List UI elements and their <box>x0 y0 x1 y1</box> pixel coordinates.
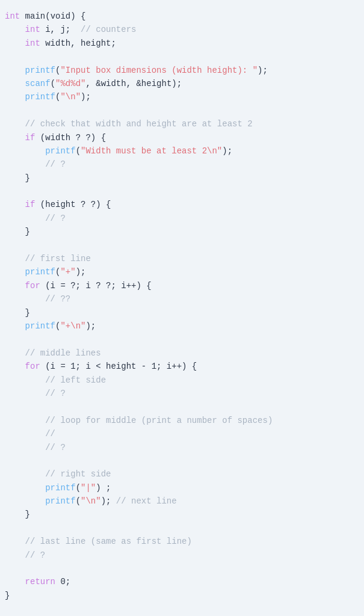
code-token: ( <box>76 494 81 508</box>
code-token: } <box>5 589 10 602</box>
code-line: // ?? <box>5 292 357 306</box>
code-token: } <box>5 171 30 185</box>
code-line <box>5 400 357 413</box>
code-line: for (i = 1; i < height - 1; i++) { <box>5 360 357 373</box>
code-line: // loop for middle (print a number of sp… <box>5 414 357 427</box>
code-token: // last line (same as first line) <box>25 535 192 548</box>
code-line: } <box>5 171 357 185</box>
code-line: return 0; <box>5 575 357 588</box>
code-line <box>5 104 357 117</box>
code-line: // middle lines <box>5 346 357 360</box>
code-line: printf("|") ; <box>5 481 357 494</box>
code-line <box>5 333 357 346</box>
code-token <box>5 441 45 454</box>
code-line: // ? <box>5 441 357 454</box>
code-token: ( <box>55 64 60 77</box>
code-token: printf <box>5 319 55 333</box>
code-token: // right side <box>45 467 111 481</box>
code-line: int width, height; <box>5 37 357 50</box>
code-line: // ? <box>5 549 357 562</box>
code-token: // middle lines <box>25 346 101 360</box>
code-token: scanf <box>5 77 51 90</box>
code-line: if (height ? ?) { <box>5 198 357 211</box>
code-token: printf <box>5 494 76 508</box>
code-line: scanf("%d%d", &width, &height); <box>5 77 357 90</box>
code-token: (height ? ?) { <box>35 198 111 211</box>
code-token: i, j; <box>40 23 81 36</box>
code-token: 0; <box>55 575 70 588</box>
code-line <box>5 50 357 63</box>
code-token: "\n" <box>60 90 81 103</box>
code-line: // ? <box>5 387 357 400</box>
code-token: ( <box>76 144 81 158</box>
code-token <box>5 374 45 387</box>
code-line: // left side <box>5 374 357 387</box>
code-line <box>5 185 357 198</box>
code-token <box>5 427 45 440</box>
code-token: // loop for middle (print a number of sp… <box>45 414 273 427</box>
code-token <box>5 535 25 548</box>
code-token: // ? <box>45 387 66 400</box>
code-line: printf("+"); <box>5 265 357 279</box>
code-token <box>5 212 45 225</box>
code-token: } <box>5 508 30 521</box>
code-token: printf <box>5 265 55 279</box>
code-token: // <box>45 427 55 440</box>
code-token: "%d%d" <box>55 77 85 90</box>
code-token: printf <box>5 144 76 158</box>
code-token <box>5 158 45 171</box>
code-editor: int main(void) { int i, j; // counters i… <box>0 0 364 616</box>
code-line: // last line (same as first line) <box>5 535 357 548</box>
code-token: ( <box>51 77 55 90</box>
code-line: } <box>5 508 357 521</box>
code-token: "\n" <box>81 494 101 508</box>
code-token: return <box>5 575 55 588</box>
code-token: "Width must be at least 2\n" <box>81 144 222 158</box>
code-token: } <box>5 225 30 238</box>
code-token: int <box>5 37 40 50</box>
code-token: } <box>5 306 30 319</box>
code-line: // ? <box>5 158 357 171</box>
code-token: for <box>5 360 40 373</box>
code-token: ); <box>76 265 86 279</box>
code-token <box>5 467 45 481</box>
code-line <box>5 239 357 252</box>
code-token: if <box>5 131 35 144</box>
code-token: ); <box>101 494 116 508</box>
code-token <box>5 414 45 427</box>
code-token: , &width, &height); <box>85 77 182 90</box>
code-token: // next line <box>116 494 177 508</box>
code-line: } <box>5 306 357 319</box>
code-token: // check that width and height are at le… <box>25 117 253 131</box>
code-line: } <box>5 225 357 238</box>
code-line <box>5 454 357 467</box>
code-token: printf <box>5 64 55 77</box>
code-token: "Input box dimensions (width height): " <box>60 64 258 77</box>
code-token <box>5 292 45 306</box>
code-token: // ?? <box>45 292 70 306</box>
code-token: // ? <box>45 441 66 454</box>
code-line: printf("+\n"); <box>5 319 357 333</box>
code-token <box>5 387 45 400</box>
code-token: ); <box>258 64 268 77</box>
code-line <box>5 522 357 535</box>
code-token: ( <box>76 481 81 494</box>
code-token: "|" <box>81 481 96 494</box>
code-token <box>5 252 25 265</box>
code-line: // right side <box>5 467 357 481</box>
code-token: width, height; <box>40 37 116 50</box>
code-token: ); <box>222 144 232 158</box>
code-token: main(void) { <box>20 10 85 23</box>
code-line: int main(void) { <box>5 10 357 23</box>
code-token: ) ; <box>96 481 111 494</box>
code-token: ); <box>81 90 91 103</box>
code-token <box>5 346 25 360</box>
code-line: // <box>5 427 357 440</box>
code-line: for (i = ?; i ? ?; i++) { <box>5 279 357 292</box>
code-token: if <box>5 198 35 211</box>
code-token: ( <box>55 265 60 279</box>
code-line <box>5 562 357 575</box>
code-token: printf <box>5 90 55 103</box>
code-token: ( <box>55 319 60 333</box>
code-token: printf <box>5 481 76 494</box>
